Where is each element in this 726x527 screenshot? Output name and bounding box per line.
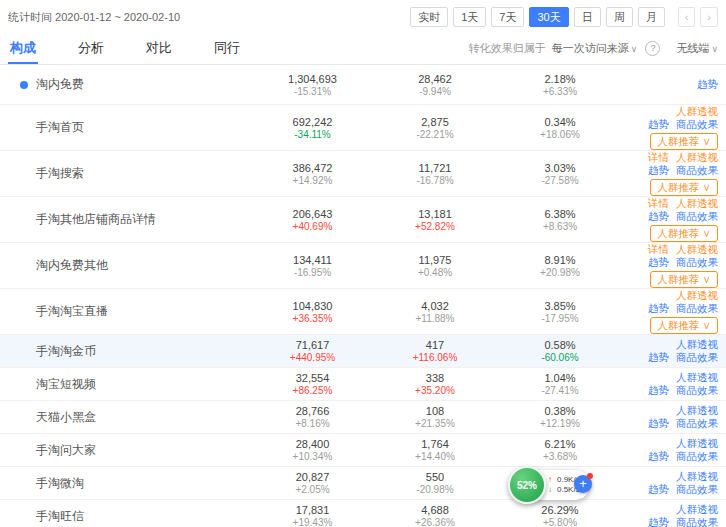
- trend-link[interactable]: 趋势: [648, 351, 669, 363]
- product-effect-link[interactable]: 商品效果: [676, 384, 718, 396]
- audience-insight-link[interactable]: 人群透视: [676, 404, 718, 416]
- product-effect-link[interactable]: 商品效果: [676, 516, 718, 527]
- trend-link[interactable]: 趋势: [648, 384, 669, 396]
- audience-insight-link[interactable]: 人群透视: [676, 151, 718, 163]
- btn-month[interactable]: 月: [638, 7, 665, 27]
- rate-value: 3.03%: [490, 162, 630, 174]
- product-effect-link[interactable]: 商品效果: [676, 450, 718, 462]
- rate-cell: 0.38% +12.19%: [490, 405, 630, 429]
- tab-composition[interactable]: 构成: [8, 34, 38, 64]
- detail-link[interactable]: 详情: [648, 243, 669, 255]
- actions-mid: 趋势商品效果: [630, 302, 718, 315]
- rate-delta: +8.63%: [490, 221, 630, 232]
- rate-value: 2.18%: [490, 73, 630, 85]
- tab-analysis[interactable]: 分析: [76, 34, 106, 64]
- actions-mid: 趋势: [630, 78, 718, 91]
- tab-compare[interactable]: 对比: [144, 34, 174, 64]
- product-effect-link[interactable]: 商品效果: [676, 118, 718, 130]
- rate-delta: +6.33%: [490, 86, 630, 97]
- trend-link[interactable]: 趋势: [697, 78, 718, 90]
- audience-insight-link[interactable]: 人群透视: [676, 503, 718, 515]
- terminal-select[interactable]: 无线端∨: [676, 41, 718, 56]
- trend-link[interactable]: 趋势: [648, 516, 669, 527]
- buyers-cell: 550 -20.98%: [380, 471, 490, 495]
- product-effect-link[interactable]: 商品效果: [676, 210, 718, 222]
- audience-recommend-button[interactable]: 人群推荐 ∨: [650, 179, 718, 196]
- audience-recommend-button[interactable]: 人群推荐 ∨: [650, 317, 718, 334]
- row-label: 淘内免费其他: [36, 257, 108, 274]
- visitors-value: 32,554: [245, 372, 380, 384]
- date-range: 2020-01-12 ~ 2020-02-10: [55, 11, 180, 23]
- row-actions: 人群透视 趋势商品效果: [630, 470, 718, 496]
- audience-insight-link[interactable]: 人群透视: [676, 371, 718, 383]
- trend-link[interactable]: 趋势: [648, 302, 669, 314]
- detail-link[interactable]: 详情: [648, 197, 669, 209]
- product-effect-link[interactable]: 商品效果: [676, 483, 718, 495]
- trend-link[interactable]: 趋势: [648, 210, 669, 222]
- trend-link[interactable]: 趋势: [648, 450, 669, 462]
- tabs-row: 构成分析对比同行 转化效果归属于 每一次访问来源∨ ? 无线端∨: [0, 34, 726, 65]
- next-page-button[interactable]: ›: [700, 7, 718, 27]
- btn-realtime[interactable]: 实时: [410, 7, 448, 27]
- audience-insight-link[interactable]: 人群透视: [676, 289, 718, 301]
- row-label-cell: 手淘首页: [20, 119, 245, 136]
- product-effect-link[interactable]: 商品效果: [676, 164, 718, 176]
- audience-insight-link[interactable]: 人群透视: [676, 437, 718, 449]
- audience-recommend-button[interactable]: 人群推荐 ∨: [650, 133, 718, 150]
- product-effect-link[interactable]: 商品效果: [676, 302, 718, 314]
- audience-insight-link[interactable]: 人群透视: [676, 470, 718, 482]
- product-effect-link[interactable]: 商品效果: [676, 351, 718, 363]
- rate-value: 8.91%: [490, 254, 630, 266]
- buyers-delta: -20.98%: [380, 484, 490, 495]
- prev-page-button[interactable]: ‹: [678, 7, 696, 27]
- table-row: 手淘其他店铺商品详情 206,643 +40.69% 13,181 +52.82…: [0, 197, 726, 243]
- buyers-value: 11,975: [380, 254, 490, 266]
- visitors-value: 20,827: [245, 471, 380, 483]
- buyers-delta: +21.35%: [380, 418, 490, 429]
- audience-recommend-button[interactable]: 人群推荐 ∨: [650, 225, 718, 242]
- tab-peers[interactable]: 同行: [212, 34, 242, 64]
- add-button[interactable]: +: [574, 475, 592, 493]
- table-row: 淘内免费 1,304,693 -15.31% 28,462 -9.94% 2.1…: [0, 65, 726, 105]
- actions-mid: 趋势商品效果: [630, 351, 718, 364]
- source-select[interactable]: 每一次访问来源∨: [552, 41, 638, 56]
- visitors-delta: +2.05%: [245, 484, 380, 495]
- btn-week[interactable]: 周: [606, 7, 633, 27]
- audience-insight-link[interactable]: 人群透视: [676, 197, 718, 209]
- rate-value: 0.58%: [490, 339, 630, 351]
- trend-link[interactable]: 趋势: [648, 483, 669, 495]
- speed-widget[interactable]: ↑ 0.9K/s ↓ 0.5K/s 52% +: [508, 466, 594, 508]
- audience-insight-link[interactable]: 人群透视: [676, 243, 718, 255]
- btn-day[interactable]: 日: [574, 7, 601, 27]
- trend-link[interactable]: 趋势: [648, 417, 669, 429]
- trend-link[interactable]: 趋势: [648, 164, 669, 176]
- actions-top: 人群透视: [630, 105, 718, 118]
- up-arrow-icon: ↑: [548, 475, 557, 485]
- trend-link[interactable]: 趋势: [648, 118, 669, 130]
- row-label-cell: 手淘旺信: [20, 508, 245, 525]
- buyers-value: 4,032: [380, 300, 490, 312]
- btn-7day[interactable]: 7天: [491, 7, 524, 27]
- rate-value: 1.04%: [490, 372, 630, 384]
- buyers-value: 2,875: [380, 116, 490, 128]
- rate-delta: +20.98%: [490, 267, 630, 278]
- table-row: 手淘旺信 17,831 +19.43% 4,688 +26.36% 26.29%…: [0, 500, 726, 527]
- product-effect-link[interactable]: 商品效果: [676, 417, 718, 429]
- btn-1day[interactable]: 1天: [453, 7, 486, 27]
- detail-link[interactable]: 详情: [648, 151, 669, 163]
- audience-insight-link[interactable]: 人群透视: [676, 338, 718, 350]
- audience-insight-link[interactable]: 人群透视: [676, 105, 718, 117]
- rate-cell: 2.18% +6.33%: [490, 73, 630, 97]
- memory-ball[interactable]: 52%: [508, 466, 546, 504]
- buyers-delta: +11.88%: [380, 313, 490, 324]
- product-effect-link[interactable]: 商品效果: [676, 256, 718, 268]
- help-icon[interactable]: ?: [645, 41, 660, 56]
- row-label: 手淘淘金币: [36, 343, 96, 360]
- row-actions: 详情人群透视 趋势商品效果 人群推荐 ∨: [630, 243, 718, 288]
- trend-link[interactable]: 趋势: [648, 256, 669, 268]
- row-label: 手淘旺信: [36, 508, 84, 525]
- actions-mid: 趋势商品效果: [630, 516, 718, 527]
- audience-recommend-button[interactable]: 人群推荐 ∨: [650, 271, 718, 288]
- rate-delta: -27.58%: [490, 175, 630, 186]
- btn-30day[interactable]: 30天: [529, 7, 568, 27]
